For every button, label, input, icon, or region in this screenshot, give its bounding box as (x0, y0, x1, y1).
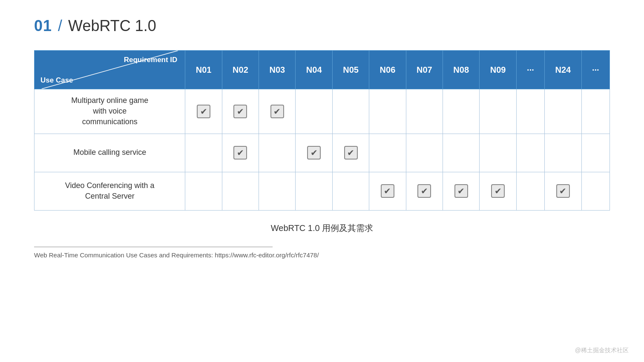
check-cell (581, 172, 610, 210)
check-cell (332, 172, 369, 210)
check-cell (332, 134, 369, 172)
check-cell (545, 89, 581, 134)
requirements-table: Requirement ID Use Case N01 N02 N03 N04 … (34, 50, 610, 211)
checkbox-checked-icon (270, 105, 284, 118)
col-n05: N05 (332, 51, 369, 89)
col-n02: N02 (222, 51, 259, 89)
table-row: Mobile calling service (34, 134, 610, 172)
table-body: Multiparty online gamewith voicecommunic… (34, 89, 610, 211)
check-cell (185, 134, 222, 172)
check-cell (480, 89, 516, 134)
col-n07: N07 (406, 51, 443, 89)
check-cell (480, 172, 516, 210)
check-cell (296, 134, 332, 172)
header-row: Requirement ID Use Case N01 N02 N03 N04 … (34, 51, 610, 89)
check-cell (369, 172, 406, 210)
check-cell (259, 89, 296, 134)
check-cell (516, 172, 544, 210)
checkbox-checked-icon (344, 146, 358, 160)
check-cell (581, 134, 610, 172)
col-n06: N06 (369, 51, 406, 89)
slide: 01 / WebRTC 1.0 R (0, 0, 644, 362)
slide-title: 01 / WebRTC 1.0 (34, 17, 610, 35)
checkbox-checked-icon (307, 146, 321, 160)
check-cell (185, 89, 222, 134)
title-text: WebRTC 1.0 (68, 17, 156, 35)
col-n09: N09 (480, 51, 516, 89)
check-cell (545, 134, 581, 172)
check-cell (443, 89, 479, 134)
col-n03: N03 (259, 51, 296, 89)
diagonal-header: Requirement ID Use Case (34, 51, 185, 89)
checkbox-checked-icon (233, 146, 247, 160)
table-row: Video Conferencing with aCentral Server (34, 172, 610, 210)
check-cell (222, 89, 259, 134)
check-cell (259, 172, 296, 210)
check-cell (406, 134, 443, 172)
col-dots1: ··· (516, 51, 544, 89)
col-n04: N04 (296, 51, 332, 89)
check-cell (406, 89, 443, 134)
use-case-cell: Multiparty online gamewith voicecommunic… (34, 89, 185, 134)
col-dots2: ··· (581, 51, 610, 89)
use-case-label: Use Case (40, 76, 73, 85)
check-cell (369, 134, 406, 172)
req-id-label: Requirement ID (124, 56, 178, 64)
check-cell (259, 134, 296, 172)
check-cell (369, 89, 406, 134)
checkbox-checked-icon (233, 105, 247, 118)
use-case-cell: Mobile calling service (34, 134, 185, 172)
footnote-divider (34, 247, 273, 247)
checkbox-checked-icon (197, 105, 210, 118)
checkbox-checked-icon (381, 184, 394, 198)
check-cell (332, 89, 369, 134)
title-number: 01 (34, 17, 52, 35)
table-caption: WebRTC 1.0 用例及其需求 (34, 222, 610, 234)
check-cell (222, 172, 259, 210)
check-cell (545, 172, 581, 210)
check-cell (516, 134, 544, 172)
check-cell (443, 172, 479, 210)
footnote-text: Web Real-Time Communication Use Cases an… (34, 251, 610, 259)
check-cell (406, 172, 443, 210)
check-cell (581, 89, 610, 134)
check-cell (296, 89, 332, 134)
check-cell (443, 134, 479, 172)
watermark: @稀土掘金技术社区 (575, 347, 629, 354)
checkbox-checked-icon (556, 184, 570, 198)
checkbox-checked-icon (491, 184, 505, 198)
table-wrapper: Requirement ID Use Case N01 N02 N03 N04 … (34, 50, 610, 211)
title-slash: / (58, 17, 62, 35)
col-n01: N01 (185, 51, 222, 89)
check-cell (296, 172, 332, 210)
col-n08: N08 (443, 51, 479, 89)
check-cell (222, 134, 259, 172)
checkbox-checked-icon (417, 184, 431, 198)
checkbox-checked-icon (454, 184, 468, 198)
use-case-cell: Video Conferencing with aCentral Server (34, 172, 185, 210)
table-row: Multiparty online gamewith voicecommunic… (34, 89, 610, 134)
check-cell (480, 134, 516, 172)
check-cell (516, 89, 544, 134)
check-cell (185, 172, 222, 210)
col-n24: N24 (545, 51, 581, 89)
